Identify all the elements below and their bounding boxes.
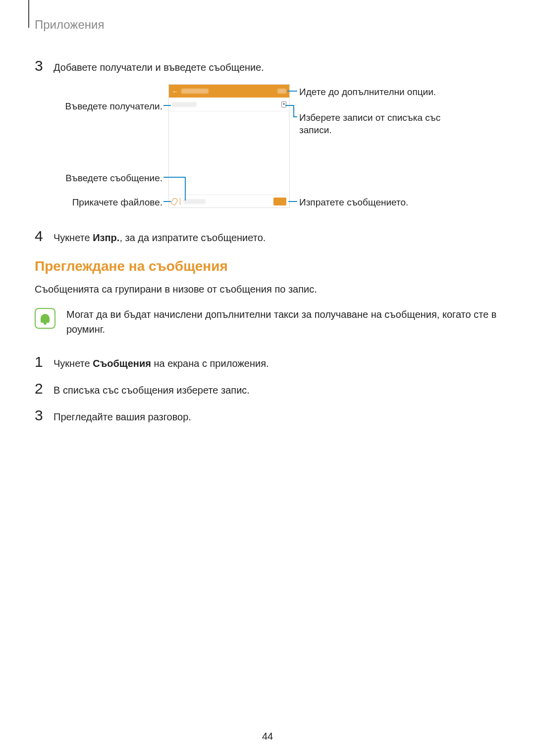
- text-suffix: на екрана с приложения.: [151, 358, 269, 369]
- view-step-3: 3 Прегледайте вашия разговор.: [35, 407, 500, 424]
- page-number: 44: [0, 731, 535, 742]
- step-text: В списъка със съобщения изберете запис.: [54, 382, 250, 397]
- callout-send-message: Изпратете съобщението.: [299, 197, 408, 209]
- step-number: 3: [35, 407, 54, 424]
- message-body-area: [169, 111, 289, 195]
- note-bell-icon: [35, 308, 55, 329]
- callout-attach-files: Прикачете файлове.: [72, 197, 162, 209]
- view-step-1: 1 Чукнете Съобщения на екрана с приложен…: [35, 353, 500, 370]
- leader-line: [163, 201, 171, 202]
- more-options-blur: [277, 89, 286, 94]
- callout-enter-recipients: Въведете получатели.: [65, 101, 162, 113]
- note-text: Могат да ви бъдат начислени допълнителни…: [66, 307, 500, 337]
- callout-select-contacts-line1: Изберете записи от списъка със: [299, 112, 440, 124]
- recipient-field-row: [169, 98, 289, 111]
- bell-icon: [41, 314, 50, 323]
- step-3: 3 Добавете получатели и въведете съобщен…: [35, 57, 500, 74]
- leader-line: [163, 177, 185, 178]
- footer-divider: [180, 198, 180, 205]
- app-header-bar: ←: [169, 85, 289, 98]
- leader-line: [285, 105, 293, 106]
- message-placeholder-blur: [183, 199, 206, 204]
- step-text: Чукнете Изпр., за да изпратите съобщение…: [54, 230, 266, 245]
- step-number: 2: [35, 380, 54, 397]
- view-step-2: 2 В списъка със съобщения изберете запис…: [35, 380, 500, 397]
- section-title: Преглеждане на съобщения: [35, 258, 500, 274]
- text-prefix: Чукнете: [54, 232, 93, 243]
- leader-line: [288, 201, 297, 202]
- contacts-picker-icon: [281, 101, 286, 107]
- phone-mockup: ←: [168, 84, 290, 208]
- note-block: Могат да ви бъдат начислени допълнителни…: [35, 307, 500, 337]
- attach-icon: [170, 197, 178, 205]
- text-suffix: , за да изпратите съобщението.: [119, 232, 266, 243]
- recipient-placeholder-blur: [172, 102, 197, 107]
- compose-message-figure: ← Въведете получатели. Въведете съобщени…: [35, 84, 500, 213]
- step-4: 4 Чукнете Изпр., за да изпратите съобщен…: [35, 228, 500, 245]
- page-header: Приложения: [35, 18, 500, 32]
- header-title-blur: [181, 89, 209, 94]
- text-bold: Съобщения: [93, 358, 151, 369]
- back-arrow-icon: ←: [172, 88, 178, 95]
- step-number: 4: [35, 228, 54, 245]
- step-text: Чукнете Съобщения на екрана с приложения…: [54, 355, 269, 370]
- leader-line: [163, 105, 171, 106]
- step-text: Прегледайте вашия разговор.: [54, 409, 191, 424]
- page-content: Приложения 3 Добавете получатели и въвед…: [0, 0, 535, 424]
- page-edge-marker: [28, 0, 29, 28]
- text-prefix: Чукнете: [54, 358, 93, 369]
- leader-line: [293, 116, 297, 117]
- callout-enter-message: Въведете съобщение.: [65, 172, 162, 185]
- step-text: Добавете получатели и въведете съобщение…: [54, 59, 264, 74]
- callout-more-options: Идете до допълнителни опции.: [299, 86, 436, 99]
- step-number: 3: [35, 57, 54, 74]
- leader-line: [293, 105, 294, 117]
- send-button-mock: [273, 198, 286, 205]
- text-bold: Изпр.: [93, 232, 119, 243]
- callout-select-contacts-line2: записи.: [299, 124, 332, 137]
- leader-line: [185, 177, 186, 201]
- section-intro: Съобщенията са групирани в низове от съо…: [35, 282, 500, 296]
- leader-line: [287, 91, 297, 92]
- step-number: 1: [35, 353, 54, 370]
- compose-footer: [169, 195, 289, 208]
